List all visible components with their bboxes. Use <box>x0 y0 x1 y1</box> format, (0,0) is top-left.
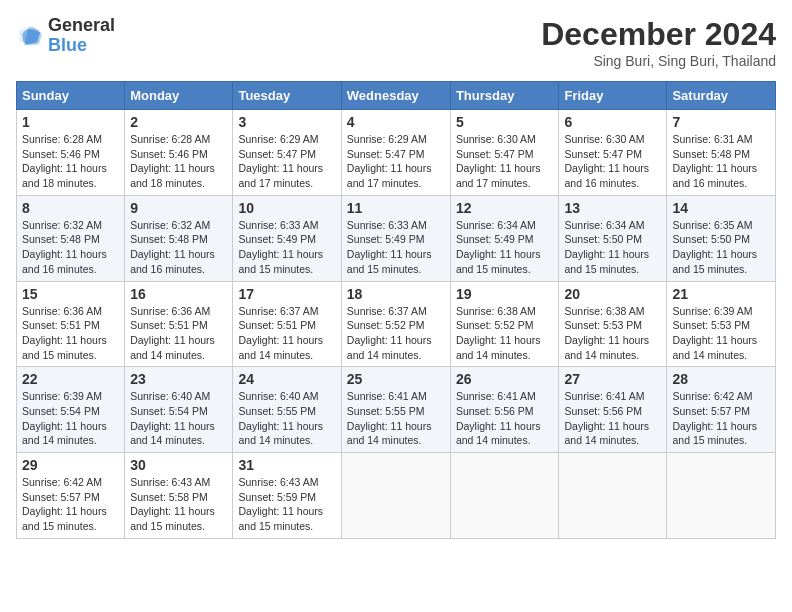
table-row: 16Sunrise: 6:36 AMSunset: 5:51 PMDayligh… <box>125 281 233 367</box>
table-row: 18Sunrise: 6:37 AMSunset: 5:52 PMDayligh… <box>341 281 450 367</box>
table-row: 30Sunrise: 6:43 AMSunset: 5:58 PMDayligh… <box>125 453 233 539</box>
title-block: December 2024 Sing Buri, Sing Buri, Thai… <box>541 16 776 69</box>
day-number: 20 <box>564 286 661 302</box>
logo: General Blue <box>16 16 115 56</box>
header-thursday: Thursday <box>450 82 559 110</box>
table-row: 12Sunrise: 6:34 AMSunset: 5:49 PMDayligh… <box>450 195 559 281</box>
table-row: 10Sunrise: 6:33 AMSunset: 5:49 PMDayligh… <box>233 195 341 281</box>
day-number: 10 <box>238 200 335 216</box>
day-info: Sunrise: 6:39 AMSunset: 5:54 PMDaylight:… <box>22 389 119 448</box>
calendar-week-row: 29Sunrise: 6:42 AMSunset: 5:57 PMDayligh… <box>17 453 776 539</box>
day-info: Sunrise: 6:40 AMSunset: 5:55 PMDaylight:… <box>238 389 335 448</box>
table-row: 27Sunrise: 6:41 AMSunset: 5:56 PMDayligh… <box>559 367 667 453</box>
day-info: Sunrise: 6:29 AMSunset: 5:47 PMDaylight:… <box>347 132 445 191</box>
table-row <box>450 453 559 539</box>
day-number: 24 <box>238 371 335 387</box>
day-number: 22 <box>22 371 119 387</box>
day-info: Sunrise: 6:28 AMSunset: 5:46 PMDaylight:… <box>130 132 227 191</box>
logo-icon <box>16 22 44 50</box>
day-info: Sunrise: 6:32 AMSunset: 5:48 PMDaylight:… <box>130 218 227 277</box>
day-number: 11 <box>347 200 445 216</box>
day-info: Sunrise: 6:41 AMSunset: 5:55 PMDaylight:… <box>347 389 445 448</box>
table-row: 25Sunrise: 6:41 AMSunset: 5:55 PMDayligh… <box>341 367 450 453</box>
day-number: 13 <box>564 200 661 216</box>
table-row <box>667 453 776 539</box>
day-number: 1 <box>22 114 119 130</box>
table-row <box>341 453 450 539</box>
month-title: December 2024 <box>541 16 776 53</box>
table-row: 5Sunrise: 6:30 AMSunset: 5:47 PMDaylight… <box>450 110 559 196</box>
day-number: 19 <box>456 286 554 302</box>
day-info: Sunrise: 6:31 AMSunset: 5:48 PMDaylight:… <box>672 132 770 191</box>
day-number: 9 <box>130 200 227 216</box>
day-info: Sunrise: 6:38 AMSunset: 5:53 PMDaylight:… <box>564 304 661 363</box>
day-info: Sunrise: 6:41 AMSunset: 5:56 PMDaylight:… <box>564 389 661 448</box>
day-number: 12 <box>456 200 554 216</box>
day-number: 26 <box>456 371 554 387</box>
table-row: 21Sunrise: 6:39 AMSunset: 5:53 PMDayligh… <box>667 281 776 367</box>
day-number: 21 <box>672 286 770 302</box>
table-row: 31Sunrise: 6:43 AMSunset: 5:59 PMDayligh… <box>233 453 341 539</box>
day-number: 27 <box>564 371 661 387</box>
day-info: Sunrise: 6:36 AMSunset: 5:51 PMDaylight:… <box>130 304 227 363</box>
day-number: 6 <box>564 114 661 130</box>
header-sunday: Sunday <box>17 82 125 110</box>
calendar-week-row: 15Sunrise: 6:36 AMSunset: 5:51 PMDayligh… <box>17 281 776 367</box>
logo-blue: Blue <box>48 36 115 56</box>
location: Sing Buri, Sing Buri, Thailand <box>541 53 776 69</box>
table-row: 15Sunrise: 6:36 AMSunset: 5:51 PMDayligh… <box>17 281 125 367</box>
day-info: Sunrise: 6:36 AMSunset: 5:51 PMDaylight:… <box>22 304 119 363</box>
day-info: Sunrise: 6:30 AMSunset: 5:47 PMDaylight:… <box>456 132 554 191</box>
table-row: 26Sunrise: 6:41 AMSunset: 5:56 PMDayligh… <box>450 367 559 453</box>
table-row: 17Sunrise: 6:37 AMSunset: 5:51 PMDayligh… <box>233 281 341 367</box>
table-row: 23Sunrise: 6:40 AMSunset: 5:54 PMDayligh… <box>125 367 233 453</box>
day-info: Sunrise: 6:32 AMSunset: 5:48 PMDaylight:… <box>22 218 119 277</box>
day-number: 8 <box>22 200 119 216</box>
table-row: 6Sunrise: 6:30 AMSunset: 5:47 PMDaylight… <box>559 110 667 196</box>
day-number: 3 <box>238 114 335 130</box>
table-row: 24Sunrise: 6:40 AMSunset: 5:55 PMDayligh… <box>233 367 341 453</box>
table-row: 3Sunrise: 6:29 AMSunset: 5:47 PMDaylight… <box>233 110 341 196</box>
header-friday: Friday <box>559 82 667 110</box>
day-number: 7 <box>672 114 770 130</box>
table-row: 19Sunrise: 6:38 AMSunset: 5:52 PMDayligh… <box>450 281 559 367</box>
day-info: Sunrise: 6:35 AMSunset: 5:50 PMDaylight:… <box>672 218 770 277</box>
day-number: 2 <box>130 114 227 130</box>
day-info: Sunrise: 6:40 AMSunset: 5:54 PMDaylight:… <box>130 389 227 448</box>
table-row: 11Sunrise: 6:33 AMSunset: 5:49 PMDayligh… <box>341 195 450 281</box>
day-info: Sunrise: 6:33 AMSunset: 5:49 PMDaylight:… <box>347 218 445 277</box>
day-number: 25 <box>347 371 445 387</box>
header-tuesday: Tuesday <box>233 82 341 110</box>
header-wednesday: Wednesday <box>341 82 450 110</box>
logo-general: General <box>48 16 115 36</box>
day-info: Sunrise: 6:42 AMSunset: 5:57 PMDaylight:… <box>672 389 770 448</box>
table-row: 20Sunrise: 6:38 AMSunset: 5:53 PMDayligh… <box>559 281 667 367</box>
day-number: 16 <box>130 286 227 302</box>
day-info: Sunrise: 6:37 AMSunset: 5:52 PMDaylight:… <box>347 304 445 363</box>
table-row: 28Sunrise: 6:42 AMSunset: 5:57 PMDayligh… <box>667 367 776 453</box>
table-row: 14Sunrise: 6:35 AMSunset: 5:50 PMDayligh… <box>667 195 776 281</box>
page-header: General Blue December 2024 Sing Buri, Si… <box>16 16 776 69</box>
day-info: Sunrise: 6:33 AMSunset: 5:49 PMDaylight:… <box>238 218 335 277</box>
table-row: 13Sunrise: 6:34 AMSunset: 5:50 PMDayligh… <box>559 195 667 281</box>
logo-text: General Blue <box>48 16 115 56</box>
day-number: 31 <box>238 457 335 473</box>
table-row: 2Sunrise: 6:28 AMSunset: 5:46 PMDaylight… <box>125 110 233 196</box>
table-row: 8Sunrise: 6:32 AMSunset: 5:48 PMDaylight… <box>17 195 125 281</box>
day-info: Sunrise: 6:28 AMSunset: 5:46 PMDaylight:… <box>22 132 119 191</box>
calendar-header-row: Sunday Monday Tuesday Wednesday Thursday… <box>17 82 776 110</box>
calendar-week-row: 8Sunrise: 6:32 AMSunset: 5:48 PMDaylight… <box>17 195 776 281</box>
day-number: 5 <box>456 114 554 130</box>
day-info: Sunrise: 6:29 AMSunset: 5:47 PMDaylight:… <box>238 132 335 191</box>
day-info: Sunrise: 6:39 AMSunset: 5:53 PMDaylight:… <box>672 304 770 363</box>
day-number: 14 <box>672 200 770 216</box>
table-row: 29Sunrise: 6:42 AMSunset: 5:57 PMDayligh… <box>17 453 125 539</box>
day-info: Sunrise: 6:43 AMSunset: 5:58 PMDaylight:… <box>130 475 227 534</box>
day-info: Sunrise: 6:34 AMSunset: 5:50 PMDaylight:… <box>564 218 661 277</box>
table-row: 22Sunrise: 6:39 AMSunset: 5:54 PMDayligh… <box>17 367 125 453</box>
day-info: Sunrise: 6:38 AMSunset: 5:52 PMDaylight:… <box>456 304 554 363</box>
table-row: 4Sunrise: 6:29 AMSunset: 5:47 PMDaylight… <box>341 110 450 196</box>
day-info: Sunrise: 6:34 AMSunset: 5:49 PMDaylight:… <box>456 218 554 277</box>
day-number: 30 <box>130 457 227 473</box>
day-number: 17 <box>238 286 335 302</box>
